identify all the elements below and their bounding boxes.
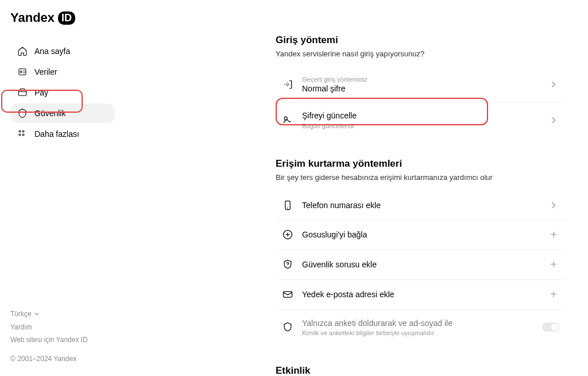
row-body: Şifreyi güncelle Bugün güncellendi: [302, 110, 540, 129]
nav-label: Ana sayfa: [34, 47, 70, 56]
activity-section: Etkinlik Hesapta 180 gün içinde gerçekle…: [276, 365, 565, 376]
svg-point-9: [288, 208, 288, 208]
main-content: Giriş yöntemi Yandex servislerine nasıl …: [115, 0, 588, 376]
nav-label: Veriler: [34, 67, 57, 76]
svg-rect-11: [284, 291, 292, 297]
section-desc: Yandex servislerine nasıl giriş yapıyors…: [276, 49, 565, 58]
survey-toggle[interactable]: [542, 323, 559, 332]
section-desc: Bir şey ters giderse hesabınıza erişimi …: [276, 173, 565, 182]
row-body: Geçerli giriş yönteminiz Normal şifre: [302, 75, 540, 94]
row-title: Yedek e-posta adresi ekle: [302, 289, 540, 300]
row-body: Gosuslugi'yi bağla: [302, 229, 540, 240]
row-sub: Kimlik ve anketteki bilgiler birbiriyle …: [302, 329, 534, 336]
wallet-icon: [17, 87, 28, 98]
svg-point-6: [22, 134, 24, 136]
logo-brand: Yandex: [10, 10, 55, 25]
language-label: Türkçe: [10, 308, 32, 321]
section-title: Erişim kurtarma yöntemleri: [276, 158, 565, 170]
row-body: Güvenlik sorusu ekle: [302, 259, 540, 270]
add-backup-email-row[interactable]: Yedek e-posta adresi ekle +: [276, 280, 565, 310]
sidebar: Yandex ID Ana sayfa Veriler Pay Güvenlik: [0, 0, 115, 376]
row-body: Telefon numarası ekle: [302, 200, 540, 210]
card-icon: [17, 67, 28, 77]
row-body: Yedek e-posta adresi ekle: [302, 289, 540, 300]
footer-website[interactable]: Web sitesi için Yandex ID: [10, 333, 115, 347]
row-sup: Geçerli giriş yönteminiz: [302, 75, 540, 83]
svg-point-5: [19, 134, 21, 136]
logo-id-badge: ID: [58, 11, 75, 25]
sidebar-footer: Türkçe Yardım Web sitesi için Yandex ID …: [10, 308, 115, 376]
svg-point-3: [19, 131, 21, 132]
shield-icon: [281, 321, 294, 333]
recovery-section: Erişim kurtarma yöntemleri Bir şey ters …: [276, 158, 565, 344]
nav-label: Güvenlik: [34, 109, 65, 118]
row-title: Şifreyi güncelle: [302, 110, 540, 121]
plus-icon: +: [548, 228, 559, 241]
chevron-down-icon: [34, 311, 40, 317]
login-method-section: Giriş yöntemi Yandex servislerine nasıl …: [276, 34, 565, 137]
footer-help[interactable]: Yardım: [10, 321, 115, 334]
nav-label: Pay: [34, 88, 48, 97]
survey-row[interactable]: Yalnızca anketi doldurarak ve ad-soyad i…: [276, 310, 565, 344]
nav-pay[interactable]: Pay: [10, 83, 115, 102]
home-icon: [17, 46, 28, 56]
grid-icon: [17, 129, 28, 139]
login-arrow-icon: [281, 78, 294, 91]
plus-icon: +: [548, 288, 559, 301]
link-gosuslugi-row[interactable]: Gosuslugi'yi bağla +: [276, 220, 565, 250]
svg-point-1: [20, 71, 22, 73]
gosuslugi-icon: [281, 228, 294, 241]
row-title: Normal şifre: [302, 83, 540, 94]
row-body: Yalnızca anketi doldurarak ve ad-soyad i…: [302, 318, 534, 336]
svg-rect-2: [18, 90, 26, 95]
row-sub: Bugün güncellendi: [302, 122, 540, 129]
row-title: Telefon numarası ekle: [302, 200, 540, 210]
current-login-method-row[interactable]: Geçerli giriş yönteminiz Normal şifre: [276, 67, 565, 102]
mail-icon: [281, 288, 294, 301]
phone-icon: [281, 199, 294, 212]
nav-label: Daha fazlası: [34, 129, 79, 139]
nav: Ana sayfa Veriler Pay Güvenlik Daha fazl…: [10, 41, 115, 144]
refresh-key-icon: [281, 114, 294, 126]
language-selector[interactable]: Türkçe: [10, 308, 115, 321]
section-title: Etkinlik: [276, 365, 565, 376]
nav-more[interactable]: Daha fazlası: [10, 124, 115, 144]
row-title: Yalnızca anketi doldurarak ve ad-soyad i…: [302, 318, 534, 328]
svg-point-4: [22, 131, 24, 132]
question-shield-icon: [281, 258, 294, 271]
shield-icon: [17, 108, 28, 118]
chevron-right-icon: [548, 116, 559, 124]
chevron-right-icon: [548, 80, 559, 89]
nav-home[interactable]: Ana sayfa: [10, 41, 115, 61]
nav-security[interactable]: Güvenlik: [10, 103, 115, 123]
add-phone-row[interactable]: Telefon numarası ekle: [276, 191, 565, 220]
row-title: Gosuslugi'yi bağla: [302, 229, 540, 240]
section-title: Giriş yöntemi: [276, 34, 565, 46]
update-password-row[interactable]: Şifreyi güncelle Bugün güncellendi: [276, 102, 565, 137]
footer-copyright: © 2001–2024 Yandex: [10, 352, 115, 366]
nav-data[interactable]: Veriler: [10, 62, 115, 82]
chevron-right-icon: [548, 201, 559, 209]
logo[interactable]: Yandex ID: [10, 10, 115, 25]
row-title: Güvenlik sorusu ekle: [302, 259, 540, 270]
add-security-question-row[interactable]: Güvenlik sorusu ekle +: [276, 250, 565, 280]
plus-icon: +: [548, 258, 559, 271]
